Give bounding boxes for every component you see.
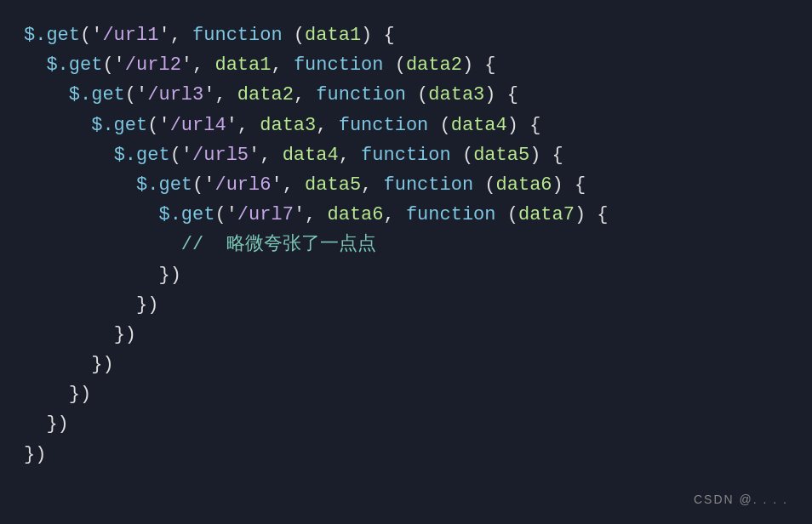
keyword-token: function [339,115,429,136]
param-token: data7 [518,204,575,225]
paren-token: ) { [529,145,563,166]
paren-token: , [271,54,293,76]
closing-token: }) [136,294,158,316]
watermark: CSDN @. . . . [694,490,788,509]
paren-token: ', [294,204,328,225]
param-token: data1 [305,25,361,46]
param-token: data3 [428,84,484,105]
param-token: data1 [214,54,271,76]
method-token: $.get [24,25,80,46]
method-token: $.get [46,54,102,76]
param-token: data5 [305,174,361,196]
code-line: $.get('/url7', data6, function (data7) { [24,200,788,230]
paren-token: (' [102,54,124,76]
paren-token: , [294,84,316,105]
method-token: $.get [136,174,192,196]
string-token: /url4 [170,115,226,136]
code-lines: $.get('/url1', function (data1) { $.get(… [24,20,788,470]
paren-token: , [384,204,406,225]
code-line: $.get('/url1', function (data1) { [24,20,788,50]
paren-token: ) { [361,25,395,46]
code-line: }) [24,350,788,379]
paren-token: ) { [575,204,609,225]
paren-token: ( [496,204,518,225]
paren-token: ', [226,115,260,136]
string-token: /url1 [102,25,158,46]
code-line: $.get('/url6', data5, function (data6) { [24,170,788,200]
paren-token: ( [283,25,305,46]
method-token: $.get [114,145,170,166]
param-token: data2 [237,84,294,105]
keyword-token: function [361,145,451,166]
keyword-token: function [316,84,406,105]
closing-token: }) [69,384,91,405]
paren-token: ) { [507,115,541,136]
paren-token: ( [451,145,473,166]
paren-token: ', [249,145,283,166]
closing-token: }) [114,324,136,345]
string-token: /url3 [147,84,203,105]
paren-token: ', [271,174,305,196]
param-token: data6 [327,204,383,225]
paren-token: , [361,174,383,196]
string-token: /url2 [125,54,181,76]
param-token: data5 [473,145,529,166]
keyword-token: function [192,25,283,46]
keyword-token: function [384,174,474,196]
keyword-token: function [294,54,384,76]
comment-token: // 略微夸张了一点点 [181,234,376,255]
closing-token: }) [158,265,180,286]
paren-token: (' [170,145,192,166]
paren-token: (' [214,204,237,225]
method-token: $.get [91,115,147,136]
code-line: }) [24,409,788,439]
code-line: }) [24,379,788,409]
code-line: }) [24,290,788,320]
code-line: $.get('/url3', data2, function (data3) { [24,80,788,110]
code-line: }) [24,320,788,350]
string-token: /url5 [192,145,249,166]
method-token: $.get [158,204,214,225]
paren-token: ', [158,25,192,46]
keyword-token: function [406,204,496,225]
param-token: data3 [260,115,316,136]
code-line: }) [24,260,788,290]
paren-token: ) { [462,54,496,76]
string-token: /url7 [237,204,294,225]
paren-token: , [339,145,361,166]
paren-token: ) { [484,84,518,105]
paren-token: ', [203,84,237,105]
param-token: data6 [496,174,552,196]
code-line: // 略微夸张了一点点 [24,230,788,259]
code-line: $.get('/url2', data1, function (data2) { [24,50,788,80]
string-token: /url6 [214,174,271,196]
closing-token: }) [91,354,113,375]
code-line: }) [24,440,788,470]
paren-token: (' [125,84,147,105]
paren-token: ( [428,115,450,136]
paren-token: (' [147,115,169,136]
param-token: data2 [406,54,462,76]
paren-token: ( [406,84,428,105]
param-token: data4 [451,115,507,136]
paren-token: ', [181,54,215,76]
code-container: $.get('/url1', function (data1) { $.get(… [0,0,812,524]
paren-token: ( [473,174,495,196]
paren-token: (' [80,25,102,46]
paren-token: (' [192,174,214,196]
paren-token: ) { [552,174,586,196]
closing-token: }) [46,413,68,435]
code-line: $.get('/url4', data3, function (data4) { [24,111,788,140]
code-line: $.get('/url5', data4, function (data5) { [24,140,788,170]
paren-token: , [316,115,338,136]
paren-token: ( [384,54,406,76]
method-token: $.get [69,84,125,105]
closing-token: }) [24,444,46,465]
param-token: data4 [283,145,339,166]
